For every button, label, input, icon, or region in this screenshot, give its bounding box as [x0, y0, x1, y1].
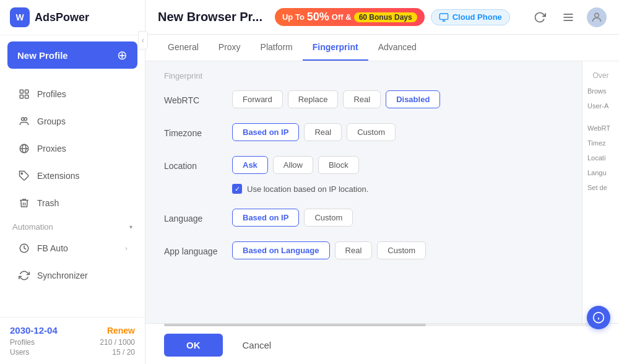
- svg-point-9: [21, 173, 22, 174]
- webrtc-real-btn[interactable]: Real: [343, 90, 381, 108]
- section-label: Fingerprint: [164, 71, 563, 80]
- right-panel-item-5: Locati: [587, 154, 614, 162]
- promo-up-text: Up To: [282, 12, 305, 22]
- location-allow-btn[interactable]: Allow: [273, 156, 313, 174]
- location-ask-btn[interactable]: Ask: [232, 156, 268, 174]
- right-panel-item-1: User-A: [587, 102, 614, 110]
- sidebar-item-synchronizer[interactable]: Synchronizer: [5, 262, 140, 288]
- svg-rect-11: [439, 14, 448, 19]
- renew-button[interactable]: Renew: [107, 326, 135, 336]
- language-controls: Based on IP Custom: [232, 209, 353, 227]
- groups-label: Groups: [37, 116, 66, 126]
- webrtc-forward-btn[interactable]: Forward: [232, 90, 283, 108]
- app-language-label: App language: [164, 241, 232, 256]
- user-avatar[interactable]: [587, 7, 607, 27]
- right-panel-item-3: WebRT: [587, 124, 614, 132]
- synchronizer-label: Synchronizer: [37, 271, 88, 280]
- language-custom-btn[interactable]: Custom: [304, 209, 353, 227]
- svg-point-5: [24, 118, 27, 121]
- tab-bar: General Proxy Platform Fingerprint Advan…: [145, 35, 619, 61]
- timezone-real-btn[interactable]: Real: [304, 123, 342, 141]
- logo-text: AdsPower: [35, 11, 89, 24]
- proxies-label: Proxies: [37, 144, 66, 154]
- automation-arrow-icon: ▾: [129, 223, 132, 230]
- webrtc-disabled-btn[interactable]: Disabled: [386, 90, 440, 108]
- automation-divider: Automation ▾: [0, 217, 145, 234]
- users-stat-label: Users: [10, 348, 29, 357]
- timezone-custom-btn[interactable]: Custom: [347, 123, 396, 141]
- cloud-phone-button[interactable]: Cloud Phone: [431, 9, 510, 25]
- scroll-track: [164, 324, 600, 326]
- tab-advanced[interactable]: Advanced: [368, 35, 426, 61]
- fb-auto-label: FB Auto: [37, 243, 68, 253]
- proxies-icon: [17, 142, 31, 155]
- timezone-row: Timezone Based on IP Real Custom: [164, 123, 563, 141]
- sidebar-item-profiles[interactable]: Profiles: [5, 81, 140, 107]
- profiles-label: Profiles: [37, 89, 66, 99]
- support-fab-button[interactable]: [587, 306, 610, 329]
- tab-platform[interactable]: Platform: [251, 35, 303, 61]
- promo-banner[interactable]: Up To 50% Off & 60 Bonus Days: [275, 8, 425, 26]
- sidebar-item-trash[interactable]: Trash: [5, 190, 140, 216]
- new-profile-button[interactable]: New Profile ⊕: [7, 41, 137, 69]
- app-language-based-on-language-btn[interactable]: Based on Language: [232, 241, 330, 259]
- promo-percent: 50%: [307, 11, 329, 24]
- cloud-phone-label: Cloud Phone: [452, 12, 502, 22]
- tab-general[interactable]: General: [158, 35, 209, 61]
- right-panel: Over Brows User-A WebRT Timez Locati Lan…: [582, 61, 619, 323]
- sidebar-collapse-button[interactable]: ‹: [138, 31, 148, 50]
- sidebar-item-proxies[interactable]: Proxies: [5, 136, 140, 162]
- new-profile-label: New Profile: [17, 50, 68, 61]
- language-label: Language: [164, 209, 232, 223]
- profiles-stat-value: 210 / 1000: [100, 338, 135, 347]
- right-panel-title: Over: [587, 71, 614, 80]
- profiles-icon: [17, 87, 31, 101]
- menu-icon[interactable]: [558, 7, 578, 27]
- trash-label: Trash: [37, 198, 59, 208]
- right-panel-item-0: Brows: [587, 87, 614, 95]
- app-language-real-btn[interactable]: Real: [335, 241, 373, 259]
- tab-fingerprint[interactable]: Fingerprint: [303, 35, 368, 61]
- scroll-thumb: [164, 324, 426, 326]
- language-based-on-ip-btn[interactable]: Based on IP: [232, 209, 299, 227]
- timezone-based-on-ip-btn[interactable]: Based on IP: [232, 123, 299, 141]
- topbar: New Browser Pr... Up To 50% Off & 60 Bon…: [145, 0, 619, 35]
- app-language-controls: Based on Language Real Custom: [232, 241, 426, 259]
- location-ip-checkbox[interactable]: [232, 184, 242, 194]
- location-block-btn[interactable]: Block: [318, 156, 359, 174]
- location-label: Location: [164, 156, 232, 171]
- cancel-button[interactable]: Cancel: [233, 334, 282, 357]
- promo-days-badge: 60 Bonus Days: [354, 12, 417, 22]
- sidebar-item-extensions[interactable]: Extensions: [5, 163, 140, 189]
- users-stat-value: 15 / 20: [112, 348, 135, 357]
- app-language-custom-btn[interactable]: Custom: [377, 241, 426, 259]
- sidebar-item-groups[interactable]: Groups: [5, 108, 140, 134]
- plus-icon: ⊕: [117, 48, 128, 63]
- page-title: New Browser Pr...: [158, 10, 262, 24]
- sidebar-item-fb-auto[interactable]: FB Auto ›: [5, 235, 140, 261]
- timezone-label: Timezone: [164, 123, 232, 138]
- right-panel-item-7: Set de: [587, 184, 614, 191]
- footer-date: 2030-12-04: [10, 325, 58, 336]
- fb-auto-chevron-icon: ›: [125, 245, 128, 252]
- fb-auto-icon: [17, 241, 31, 255]
- webrtc-replace-btn[interactable]: Replace: [288, 90, 339, 108]
- logo-icon: W: [10, 7, 30, 27]
- svg-rect-0: [20, 90, 23, 93]
- right-panel-item-4: Timez: [587, 139, 614, 147]
- tab-proxy[interactable]: Proxy: [209, 35, 251, 61]
- ok-button[interactable]: OK: [164, 334, 223, 357]
- app-language-row: App language Based on Language Real Cust…: [164, 241, 563, 259]
- automation-label: Automation: [12, 222, 53, 232]
- right-panel-item-6: Langu: [587, 169, 614, 176]
- form-section: Fingerprint WebRTC Forward Replace Real …: [145, 61, 582, 323]
- synchronizer-icon: [17, 269, 31, 282]
- svg-rect-3: [25, 95, 28, 98]
- trash-icon: [17, 196, 31, 210]
- webrtc-controls: Forward Replace Real Disabled: [232, 90, 440, 108]
- refresh-icon[interactable]: [530, 7, 550, 27]
- sidebar-footer: 2030-12-04 Renew Profiles 210 / 1000 Use…: [0, 317, 145, 364]
- timezone-controls: Based on IP Real Custom: [232, 123, 396, 141]
- extensions-icon: [17, 169, 31, 183]
- location-controls: Ask Allow Block Use location based on IP…: [232, 156, 500, 194]
